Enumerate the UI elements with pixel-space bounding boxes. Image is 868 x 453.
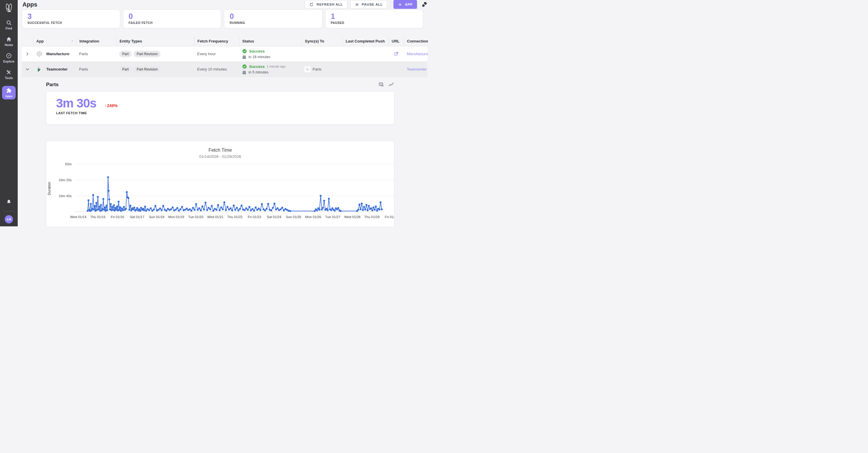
row-expand-button[interactable] <box>22 51 33 57</box>
url-cell <box>389 51 404 56</box>
sync-target-label: Parts <box>313 67 321 71</box>
entity-type-chip: Part <box>119 66 132 72</box>
delta-up-arrow-icon: ↑ <box>104 103 106 108</box>
entity-types-cell: Part Part Revision <box>116 51 194 57</box>
sidebar-item-find[interactable]: Find <box>6 20 12 30</box>
column-header-status[interactable]: Status <box>239 36 302 46</box>
compass-icon <box>6 53 12 59</box>
svg-text:50m: 50m <box>65 162 71 166</box>
sort-ascending-icon: ↑ <box>71 39 73 43</box>
sidebar-bottom: LH <box>0 199 18 227</box>
fetch-time-delta: ↑ 249% <box>104 103 118 108</box>
table-row-teamcenter[interactable]: Teamcenter Parts Part Part Revision Ever… <box>22 62 427 77</box>
connection-cell: Manufacturo <box>404 52 427 56</box>
stat-value: 0 <box>129 12 216 20</box>
svg-text:Fri 01/23: Fri 01/23 <box>248 215 261 219</box>
svg-text:Thu 01/29: Thu 01/29 <box>364 215 379 219</box>
row-collapse-button[interactable] <box>22 67 33 72</box>
stat-card-paused: 1 PAUSED <box>325 9 424 28</box>
svg-text:Thu 01/15: Thu 01/15 <box>90 215 106 219</box>
app-name: Manufacturo <box>46 52 69 56</box>
connection-cell: Teamcenter <box>404 67 427 71</box>
chart-view-icon[interactable] <box>389 82 394 88</box>
sidebar-item-label: Find <box>6 27 12 30</box>
column-header-syncs-to[interactable]: Sync(s) To <box>302 36 342 46</box>
sidebar-item-explore[interactable]: Explore <box>3 53 14 63</box>
integration-cell: Parts <box>76 67 116 71</box>
tools-icon <box>6 69 12 75</box>
sidebar-item-label: Home <box>5 43 13 47</box>
column-header-fetch-frequency[interactable]: Fetch Frequency <box>194 36 239 46</box>
user-avatar[interactable]: LH <box>5 215 13 223</box>
svg-text:Tue 01/27: Tue 01/27 <box>325 215 340 219</box>
add-app-button[interactable]: APP <box>394 0 417 9</box>
sidebar-item-label: Tools <box>5 77 13 80</box>
table-view-refresh-icon[interactable] <box>378 82 384 88</box>
chevron-right-icon <box>25 51 30 57</box>
svg-text:Sun 01/25: Sun 01/25 <box>286 215 301 219</box>
svg-text:Mon 01/26: Mon 01/26 <box>305 215 321 219</box>
stat-label: SUCCESSFUL FETCH <box>27 21 115 25</box>
svg-text:Wed 01/14: Wed 01/14 <box>70 215 87 219</box>
svg-text:Thu 01/22: Thu 01/22 <box>227 215 243 219</box>
sidebar-item-label: Apps <box>5 94 13 98</box>
column-header-url[interactable]: URL <box>389 36 404 46</box>
connections-button[interactable] <box>421 1 427 8</box>
chart-subtitle: 01/14/2026 - 01/29/2026 <box>46 154 394 159</box>
connection-link[interactable]: Manufacturo <box>407 52 428 56</box>
svg-text:33m 20s: 33m 20s <box>59 178 72 182</box>
active-nav-pill: Apps <box>2 86 16 99</box>
connection-link[interactable]: Teamcenter <box>407 67 427 71</box>
header-actions: REFRESH ALL PAUSE ALL APP <box>305 0 427 9</box>
panel-header: Parts <box>46 82 394 88</box>
sidebar-item-home[interactable]: Home <box>5 36 13 47</box>
page-header: Apps REFRESH ALL PAUSE ALL <box>22 0 427 9</box>
svg-text:16m 40s: 16m 40s <box>59 194 72 198</box>
column-header-app[interactable]: App ↑ <box>33 36 76 46</box>
svg-text:Fri 01/30: Fri 01/30 <box>385 215 394 219</box>
refresh-icon <box>309 2 314 7</box>
table-row-manufacturo[interactable]: Manufacturo Parts Part Part Revision Eve… <box>22 46 427 62</box>
external-link-icon[interactable] <box>394 51 399 56</box>
column-header-connection[interactable]: Connection <box>404 36 427 46</box>
plug-icon <box>421 1 427 8</box>
integration-cell: Parts <box>76 52 116 56</box>
column-header-integration[interactable]: Integration <box>76 36 116 46</box>
stat-card-failed-fetch: 0 FAILED FETCH <box>123 9 221 28</box>
app-cell: Manufacturo <box>33 51 76 57</box>
entity-type-chip: Part Revision <box>134 66 160 72</box>
last-fetch-time-label: LAST FETCH TIME <box>56 111 394 115</box>
app-logo[interactable] <box>3 3 14 14</box>
pause-icon <box>355 2 359 7</box>
next-fetch-text: in 5 minutes <box>249 70 268 74</box>
sync-target-tile <box>305 66 310 72</box>
stat-card-successful-fetch: 3 SUCCESSFUL FETCH <box>22 9 120 28</box>
refresh-all-button[interactable]: REFRESH ALL <box>305 0 347 9</box>
panel-title: Parts <box>46 82 59 88</box>
chevron-down-icon <box>25 67 30 72</box>
page-title: Apps <box>23 1 37 8</box>
pause-all-button[interactable]: PAUSE ALL <box>350 0 387 9</box>
success-check-icon <box>242 64 247 69</box>
sidebar-item-label: Explore <box>3 60 14 63</box>
stat-label: PAUSED <box>331 21 418 25</box>
notifications-button[interactable] <box>6 199 11 205</box>
table-body: Manufacturo Parts Part Part Revision Eve… <box>22 46 427 77</box>
sidebar-item-tools[interactable]: Tools <box>5 69 13 80</box>
column-header-last-completed-push[interactable]: Last Completed Push <box>342 36 389 46</box>
search-icon <box>6 20 12 26</box>
manufacturo-logo-icon <box>306 67 310 71</box>
status-text: Success <box>249 64 265 69</box>
sidebar-divider <box>3 211 15 211</box>
svg-text:Wed 01/28: Wed 01/28 <box>344 215 360 219</box>
column-header-entity-types[interactable]: Entity Types <box>116 36 194 46</box>
svg-text:Sat 01/24: Sat 01/24 <box>267 215 282 219</box>
svg-text:Duration: Duration <box>47 182 51 195</box>
app-cell: Teamcenter <box>33 66 76 72</box>
fetch-frequency-cell: Every hour <box>194 52 239 56</box>
entity-type-chip: Part <box>119 51 132 57</box>
svg-text:Sun 01/18: Sun 01/18 <box>149 215 164 219</box>
stat-value: 1 <box>331 12 418 20</box>
sidebar-item-apps[interactable]: Apps <box>2 86 16 99</box>
stat-label: RUNNING <box>229 21 317 25</box>
